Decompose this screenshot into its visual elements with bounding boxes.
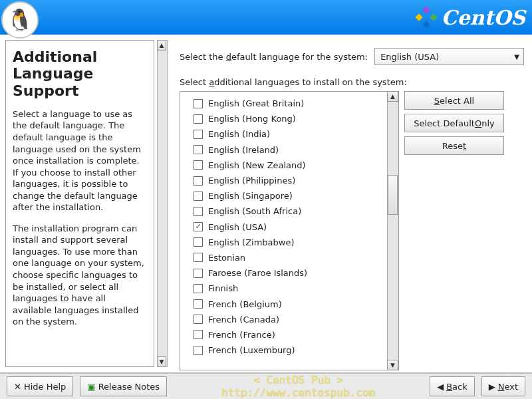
- default-language-value: English (USA): [380, 52, 439, 62]
- language-item[interactable]: English (Singapore): [194, 188, 387, 203]
- tux-logo: 🐧: [1, 1, 39, 39]
- side-buttons: Select All Select Default Only Reset: [404, 91, 504, 155]
- scroll-down-icon[interactable]: ▼: [157, 356, 166, 367]
- language-item[interactable]: ✓English (USA): [194, 219, 387, 235]
- language-name: English (Great Britain): [208, 98, 304, 108]
- default-language-select[interactable]: English (USA) ▼: [374, 48, 524, 65]
- language-checkbox[interactable]: ✓: [194, 222, 203, 231]
- language-name: French (France): [208, 330, 275, 340]
- scroll-up-icon[interactable]: ▲: [157, 40, 166, 51]
- language-item[interactable]: English (India): [194, 126, 387, 142]
- svg-rect-0: [422, 6, 430, 13]
- header-bar: 🐧 CentOS: [0, 0, 532, 35]
- language-checkbox[interactable]: [194, 160, 203, 170]
- language-name: English (USA): [208, 222, 267, 232]
- language-checkbox[interactable]: [194, 299, 203, 309]
- language-checkbox[interactable]: [194, 346, 203, 355]
- footer-bar: ✕ Hide Help ▣ Release Notes < CentOS Pub…: [0, 372, 532, 399]
- language-checkbox[interactable]: [194, 145, 203, 154]
- language-name: French (Luxemburg): [208, 345, 295, 355]
- language-checkbox[interactable]: [194, 269, 203, 278]
- language-checkbox[interactable]: [194, 284, 203, 293]
- hide-help-button[interactable]: ✕ Hide Help: [7, 376, 73, 396]
- next-arrow-icon: ▶: [489, 382, 495, 392]
- language-item[interactable]: French (Luxemburg): [194, 342, 387, 358]
- language-item[interactable]: English (Hong Kong): [194, 111, 387, 126]
- hide-help-icon: ✕: [14, 382, 21, 392]
- svg-rect-3: [415, 13, 422, 21]
- help-panel: Additional Language Support Select a lan…: [0, 35, 172, 372]
- language-checkbox[interactable]: [194, 192, 203, 201]
- brand-text: CentOS: [442, 6, 525, 29]
- language-checkbox[interactable]: [194, 130, 203, 139]
- language-name: English (Ireland): [208, 145, 279, 155]
- centos-logo-icon: [415, 6, 438, 29]
- default-language-row: Select the default language for the syst…: [180, 48, 524, 65]
- language-checkbox[interactable]: [194, 176, 203, 186]
- language-name: Faroese (Faroe Islands): [208, 268, 307, 278]
- language-name: English (Philippines): [208, 176, 295, 186]
- help-title: Additional Language Support: [13, 49, 147, 99]
- language-name: English (Hong Kong): [208, 114, 296, 124]
- select-default-only-button[interactable]: Select Default Only: [404, 114, 504, 132]
- language-name: English (South Africa): [208, 206, 301, 216]
- language-checkbox[interactable]: [194, 114, 203, 124]
- reset-button[interactable]: Reset: [404, 136, 504, 155]
- scroll-up-icon[interactable]: ▲: [387, 91, 398, 102]
- language-item[interactable]: English (Great Britain): [194, 96, 387, 111]
- language-checkbox[interactable]: [194, 330, 203, 339]
- language-item[interactable]: Estonian: [194, 250, 387, 265]
- release-notes-button[interactable]: ▣ Release Notes: [80, 376, 167, 396]
- help-scrollbar[interactable]: ▲ ▼: [157, 40, 168, 367]
- scroll-down-icon[interactable]: ▼: [387, 360, 398, 370]
- language-item[interactable]: English (South Africa): [194, 203, 387, 219]
- help-paragraph-1: Select a language to use as the default …: [13, 108, 147, 213]
- notes-icon: ▣: [87, 382, 95, 392]
- language-name: Estonian: [208, 253, 245, 263]
- language-item[interactable]: English (Zimbabwe): [194, 235, 387, 250]
- language-checkbox[interactable]: [194, 99, 203, 108]
- language-item[interactable]: French (France): [194, 327, 387, 342]
- language-name: English (New Zealand): [208, 160, 306, 170]
- languages-row: English (Great Britain)English (Hong Kon…: [180, 91, 524, 370]
- language-item[interactable]: English (Philippines): [194, 173, 387, 188]
- language-item[interactable]: English (New Zealand): [194, 158, 387, 173]
- language-name: English (Zimbabwe): [208, 237, 295, 247]
- language-name: French (Belgium): [208, 299, 282, 309]
- language-checkbox[interactable]: [194, 237, 203, 247]
- language-checkbox[interactable]: [194, 253, 203, 262]
- language-name: English (Singapore): [208, 191, 293, 201]
- help-text: Additional Language Support Select a lan…: [5, 40, 154, 367]
- additional-languages-label: Select additional languages to install o…: [180, 77, 524, 87]
- back-arrow-icon: ◀: [437, 382, 444, 392]
- language-item[interactable]: French (Canada): [194, 312, 387, 327]
- brand: CentOS: [415, 6, 525, 29]
- language-name: English (India): [208, 129, 270, 139]
- main-area: Additional Language Support Select a lan…: [0, 35, 532, 372]
- language-name: French (Canada): [208, 315, 279, 325]
- language-checkbox[interactable]: [194, 207, 203, 216]
- language-item[interactable]: French (Belgium): [194, 296, 387, 311]
- language-checkbox[interactable]: [194, 315, 203, 324]
- content-area: Select the default language for the syst…: [172, 35, 532, 372]
- svg-rect-1: [430, 13, 437, 21]
- language-item[interactable]: Finnish: [194, 281, 387, 296]
- scroll-thumb[interactable]: [388, 175, 398, 215]
- svg-rect-2: [422, 21, 430, 28]
- language-list-scrollbar[interactable]: ▲ ▼: [387, 92, 398, 370]
- language-item[interactable]: Faroese (Faroe Islands): [194, 265, 387, 281]
- language-list[interactable]: English (Great Britain)English (Hong Kon…: [180, 92, 387, 370]
- default-language-label: Select the default language for the syst…: [180, 52, 368, 62]
- language-name: Finnish: [208, 283, 238, 293]
- language-list-box: English (Great Britain)English (Hong Kon…: [180, 91, 399, 370]
- help-paragraph-2: The installation program can install and…: [13, 223, 147, 328]
- language-item[interactable]: English (Ireland): [194, 142, 387, 158]
- next-button[interactable]: ▶ Next: [481, 376, 525, 396]
- back-button[interactable]: ◀ Back: [430, 376, 475, 396]
- chevron-down-icon: ▼: [514, 53, 519, 61]
- select-all-button[interactable]: Select All: [404, 91, 504, 110]
- watermark: < CentOS Pub > http://www.centospub.com: [174, 374, 423, 399]
